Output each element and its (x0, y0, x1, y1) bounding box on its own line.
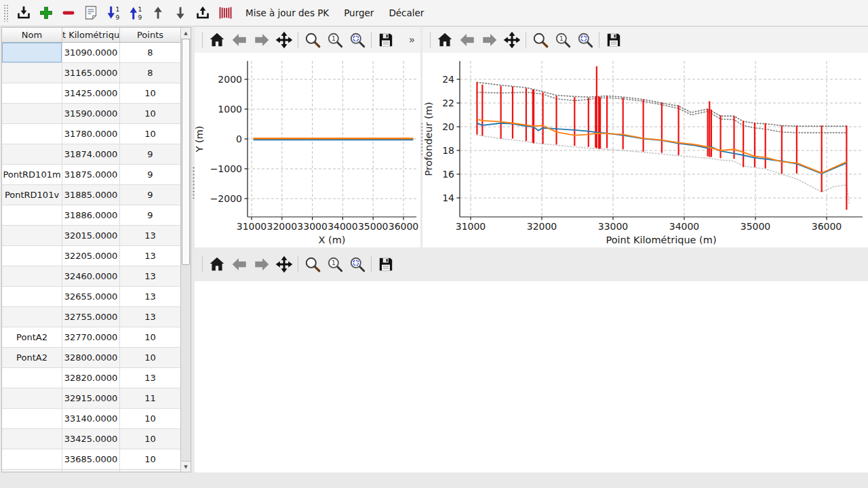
button-d-caler[interactable]: Décaler (381, 0, 431, 26)
sort-descending-icon[interactable]: 19 (127, 4, 144, 22)
forward-icon[interactable] (252, 31, 271, 49)
cell-nom[interactable] (2, 226, 62, 246)
cell-pk[interactable]: 32820.0000 (62, 368, 120, 388)
sort-ascending-icon[interactable]: 19 (104, 4, 122, 22)
zoom-rect-icon[interactable] (303, 31, 321, 49)
cell-points[interactable]: 10 (120, 348, 181, 368)
red-profiles-icon[interactable] (216, 4, 234, 22)
cell-pk[interactable]: 33425.0000 (62, 429, 120, 449)
cell-points[interactable]: 8 (120, 43, 181, 63)
cell-nom[interactable]: PontA2 (2, 327, 62, 348)
cell-pk[interactable]: 31165.0000 (62, 63, 120, 83)
cell-points[interactable]: 13 (120, 307, 181, 327)
profondeur-plot-canvas[interactable]: 3100032000330003400035000360001416182022… (422, 53, 868, 247)
import-points-icon[interactable] (15, 4, 33, 22)
cell-nom[interactable] (2, 205, 62, 226)
cell-points[interactable]: 13 (120, 226, 181, 246)
cell-points[interactable]: 13 (120, 246, 181, 266)
cell-points[interactable]: 10 (120, 104, 181, 124)
cell-points[interactable]: 9 (120, 185, 181, 205)
save-figure-icon[interactable] (376, 256, 395, 274)
pan-icon[interactable] (275, 31, 293, 49)
cell-nom[interactable] (2, 287, 62, 307)
cell-pk[interactable]: 31590.0000 (62, 104, 120, 124)
cell-pk[interactable]: 31886.0000 (62, 205, 120, 226)
zoom-extent-icon[interactable] (348, 256, 366, 274)
cell-pk[interactable]: 33140.0000 (62, 409, 120, 429)
back-icon[interactable] (458, 31, 476, 49)
cell-pk[interactable]: 31090.0000 (62, 43, 120, 63)
home-icon[interactable] (208, 31, 226, 49)
cell-pk[interactable]: 31425.0000 (62, 83, 120, 104)
move-up-icon[interactable] (149, 4, 167, 22)
column-header-1[interactable]: t Kilométrique (62, 28, 120, 43)
forward-icon[interactable] (480, 31, 498, 49)
cell-nom[interactable] (2, 83, 62, 104)
save-figure-icon[interactable] (376, 31, 395, 49)
cell-nom[interactable]: PontRD101m (2, 165, 62, 185)
cell-points[interactable]: 13 (120, 266, 181, 287)
zoom-rect-icon[interactable] (531, 31, 549, 49)
cell-pk[interactable] (62, 470, 120, 472)
toolbar-drag-handle[interactable] (3, 4, 8, 22)
table-scrollbar[interactable]: ▲ ▼ (180, 28, 191, 472)
zoom-extent-icon[interactable] (348, 31, 366, 49)
cell-points[interactable]: 8 (120, 63, 181, 83)
cell-nom[interactable] (2, 429, 62, 449)
home-icon[interactable] (435, 31, 454, 49)
scrollbar-thumb[interactable] (182, 39, 190, 265)
add-row-icon[interactable] (37, 4, 55, 22)
cell-pk[interactable]: 32755.0000 (62, 307, 120, 327)
cell-nom[interactable] (2, 368, 62, 388)
cell-pk[interactable]: 31885.0000 (62, 185, 120, 205)
cell-points[interactable]: 13 (120, 287, 181, 307)
cell-points[interactable]: 10 (120, 409, 181, 429)
cell-pk[interactable]: 31874.0000 (62, 144, 120, 165)
cell-nom[interactable] (2, 307, 62, 327)
cell-points[interactable]: 10 (120, 124, 181, 144)
cell-pk[interactable]: 33685.0000 (62, 449, 120, 470)
cell-pk[interactable]: 32655.0000 (62, 287, 120, 307)
cell-nom[interactable] (2, 246, 62, 266)
cell-nom[interactable] (2, 470, 62, 472)
cell-points[interactable]: 9 (120, 165, 181, 185)
zoom-one-icon[interactable]: 1 (326, 31, 344, 49)
column-header-0[interactable]: Nom (2, 28, 62, 43)
cell-points[interactable]: 10 (120, 429, 181, 449)
cell-nom[interactable] (2, 63, 62, 83)
export-points-icon[interactable] (194, 4, 212, 22)
delete-row-icon[interactable] (60, 4, 77, 22)
cell-nom[interactable] (2, 266, 62, 287)
column-header-2[interactable]: Points (120, 28, 181, 43)
cell-nom[interactable] (2, 43, 62, 63)
forward-icon[interactable] (252, 256, 271, 274)
move-down-icon[interactable] (172, 4, 189, 22)
xy-plot-canvas[interactable]: 310003200033000340003500036000−2000−1000… (195, 53, 420, 247)
cell-pk[interactable]: 32205.0000 (62, 246, 120, 266)
pan-icon[interactable] (275, 256, 293, 274)
back-icon[interactable] (230, 256, 248, 274)
home-icon[interactable] (208, 256, 226, 274)
cell-points[interactable]: 10 (120, 327, 181, 348)
cell-pk[interactable]: 32915.0000 (62, 388, 120, 409)
toolbar-overflow-chevron[interactable]: » (409, 34, 415, 46)
cell-nom[interactable]: PontRD101v (2, 185, 62, 205)
cell-points[interactable]: 11 (120, 388, 181, 409)
cell-pk[interactable]: 32015.0000 (62, 226, 120, 246)
save-figure-icon[interactable] (604, 31, 623, 49)
cell-pk[interactable]: 32460.0000 (62, 266, 120, 287)
pan-icon[interactable] (502, 31, 521, 49)
empty-plot-canvas[interactable] (195, 281, 868, 472)
cell-pk[interactable]: 31780.0000 (62, 124, 120, 144)
cell-points[interactable]: 9 (120, 144, 181, 165)
cell-nom[interactable] (2, 409, 62, 429)
back-icon[interactable] (230, 31, 248, 49)
notes-icon[interactable] (82, 4, 100, 22)
cell-points[interactable] (120, 470, 181, 472)
cell-nom[interactable] (2, 449, 62, 470)
cell-nom[interactable] (2, 124, 62, 144)
zoom-one-icon[interactable]: 1 (326, 256, 344, 274)
button-purger[interactable]: Purger (336, 0, 381, 26)
cell-nom[interactable] (2, 388, 62, 409)
cell-pk[interactable]: 31875.0000 (62, 165, 120, 185)
